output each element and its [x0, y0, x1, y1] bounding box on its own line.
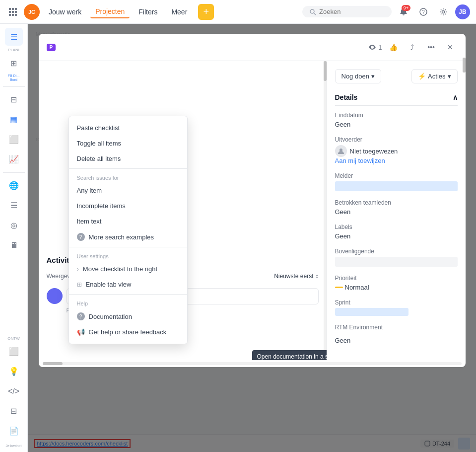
- more-search-option[interactable]: ? More search examples: [69, 229, 187, 245]
- modal-left-panel: Paste checklist Toggle all items Delete …: [39, 61, 327, 360]
- item-text-option[interactable]: Item text: [69, 214, 187, 229]
- svg-text:?: ?: [422, 9, 425, 15]
- sidebar-planner-label: PLANI: [8, 48, 19, 52]
- collapse-icon[interactable]: ∧: [453, 93, 458, 101]
- modal-body: Paste checklist Toggle all items Delete …: [39, 61, 466, 360]
- sidebar-item-code[interactable]: </>: [5, 382, 23, 400]
- svg-rect-2: [15, 8, 17, 10]
- sidebar-fb-label: FB Di...Bord: [8, 74, 19, 82]
- rtm-spacer: [335, 333, 458, 337]
- tab-icon: ⊞: [77, 281, 82, 288]
- sidebar-item-list[interactable]: ☰: [5, 197, 23, 215]
- modal-actions: 1 👍 ⤴ ••• ✕: [368, 40, 457, 55]
- more-options-button[interactable]: •••: [424, 40, 439, 55]
- divider-3: [69, 294, 187, 295]
- rtm-value: Geen: [335, 337, 458, 344]
- assignee-row: Niet toegewezen: [335, 145, 458, 157]
- main-content: Meer informatie rollen op rechten P 1: [28, 24, 476, 452]
- melder-field: Melder: [335, 172, 458, 191]
- toggle-all-item[interactable]: Toggle all items: [69, 136, 187, 151]
- notification-badge: 9+: [402, 5, 410, 11]
- person-icon: [338, 148, 344, 154]
- share-button[interactable]: ⤴: [405, 40, 420, 55]
- chevron-right-icon: ›: [77, 265, 79, 273]
- user-avatar[interactable]: JB: [455, 4, 470, 19]
- doc-question-icon: ?: [77, 312, 85, 320]
- settings-button[interactable]: [435, 4, 451, 20]
- sidebar-item-table[interactable]: ⊟: [5, 91, 23, 109]
- nav-projecten[interactable]: Projecten: [90, 5, 130, 18]
- rtm-field: RTM Environment Geen: [335, 324, 458, 344]
- delete-all-item[interactable]: Delete all items: [69, 151, 187, 166]
- einddatum-label: Einddatum: [335, 112, 458, 119]
- priority-line-icon: [335, 287, 343, 288]
- any-item-option[interactable]: Any item: [69, 183, 187, 198]
- help-button[interactable]: ?: [415, 4, 431, 20]
- svg-rect-8: [15, 14, 17, 16]
- paste-checklist-item[interactable]: Paste checklist: [69, 120, 187, 136]
- bovenliggende-label: Bovenliggende: [335, 248, 458, 255]
- close-modal-button[interactable]: ✕: [443, 40, 458, 55]
- assign-to-me-link[interactable]: Aan mij toewijzen: [335, 157, 458, 164]
- status-button[interactable]: Nog doen ▾: [335, 69, 381, 83]
- grid-icon[interactable]: [6, 5, 20, 19]
- sidebar-item-location[interactable]: ◎: [5, 217, 23, 234]
- acties-dropdown-icon: ▾: [448, 73, 451, 80]
- sidebar-item-box[interactable]: ⬜: [5, 343, 23, 361]
- nav-filters[interactable]: Filters: [134, 6, 162, 18]
- help-icon: ?: [419, 8, 427, 16]
- sidebar-item-globe[interactable]: 🌐: [5, 177, 23, 195]
- einddatum-value: Geen: [335, 121, 458, 128]
- incomplete-items-option[interactable]: Incomplete items: [69, 198, 187, 214]
- svg-rect-3: [9, 11, 11, 13]
- sidebar-item-chart[interactable]: 📈: [5, 151, 23, 168]
- acties-button[interactable]: ⚡ Acties ▾: [411, 69, 457, 83]
- search-input[interactable]: [319, 8, 379, 15]
- bottom-scroll-thumb: [43, 362, 63, 365]
- checklist-dropdown: Paste checklist Toggle all items Delete …: [68, 116, 188, 344]
- nav-jouw-werk[interactable]: Jouw werk: [44, 6, 86, 18]
- sidebar-item-doc[interactable]: 📄: [5, 422, 23, 440]
- help-section-label: Help: [69, 297, 187, 308]
- thumbs-up-button[interactable]: 👍: [386, 40, 401, 55]
- company-logo[interactable]: JC: [24, 4, 40, 20]
- svg-rect-0: [9, 8, 11, 10]
- sort-button[interactable]: Nieuwste eerst ↕: [274, 273, 318, 280]
- question-icon: ?: [77, 233, 85, 241]
- watchers-count: 1: [368, 43, 382, 51]
- sidebar-item-layer[interactable]: ⊟: [5, 402, 23, 420]
- notifications-button[interactable]: 9+: [396, 4, 411, 20]
- search-bar[interactable]: [302, 6, 392, 17]
- eye-icon: [368, 43, 376, 51]
- details-section: Details ∧ Einddatum Geen Uitvoerder: [335, 89, 458, 344]
- documentation-tooltip: Open documentation in a separate tab: [252, 350, 327, 360]
- svg-rect-6: [9, 14, 11, 16]
- status-dropdown-icon: ▾: [371, 73, 375, 80]
- enable-tab-option[interactable]: ⊞ Enable tab view: [69, 277, 187, 292]
- sidebar-item-board[interactable]: ▦: [5, 111, 23, 129]
- move-checklist-option[interactable]: › Move checklist to the right: [69, 261, 187, 277]
- documentation-option[interactable]: ? Documentation: [69, 308, 187, 324]
- get-help-option[interactable]: 📢 Get help or share feedback: [69, 324, 187, 340]
- svg-point-9: [310, 9, 314, 13]
- sprint-label: Sprint: [335, 299, 458, 306]
- gear-icon: [439, 8, 447, 16]
- sidebar-item-planner[interactable]: ☰: [5, 28, 23, 46]
- modal-overlay[interactable]: P 1 👍 ⤴ ••• ✕: [28, 24, 476, 452]
- modal-header: P 1 👍 ⤴ ••• ✕: [39, 34, 466, 61]
- svg-rect-7: [12, 14, 14, 16]
- sidebar-item-bulb[interactable]: 💡: [5, 363, 23, 380]
- svg-rect-1: [12, 8, 14, 10]
- sidebar-item-fb[interactable]: ⊞: [5, 54, 23, 72]
- sidebar-item-monitor[interactable]: 🖥: [5, 236, 23, 254]
- melder-label: Melder: [335, 172, 458, 179]
- sidebar-user-label: Je bevindt: [6, 444, 22, 448]
- assignee-avatar: [335, 145, 347, 157]
- bottom-scroll-indicator: [43, 362, 462, 365]
- watcher-number: 1: [378, 44, 382, 51]
- create-button[interactable]: +: [198, 4, 214, 20]
- rtm-label: RTM Environment: [335, 324, 458, 331]
- sort-icon: ↕: [316, 273, 319, 280]
- nav-meer[interactable]: Meer: [166, 6, 192, 18]
- sidebar-item-calendar[interactable]: ⬜: [5, 131, 23, 149]
